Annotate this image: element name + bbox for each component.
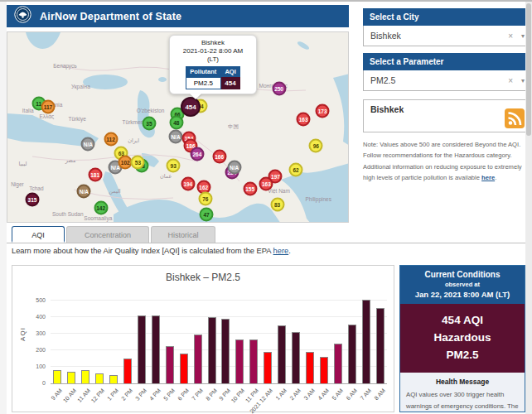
chart-bar[interactable]	[235, 339, 244, 383]
map-marker[interactable]: 173	[316, 104, 330, 118]
chart-x-tick-label: 6 PM	[177, 388, 190, 402]
map-marker[interactable]: 250	[272, 82, 286, 96]
epa-here-link[interactable]: here	[273, 247, 289, 255]
chart-bar[interactable]	[221, 319, 230, 383]
chart-bar[interactable]	[81, 370, 89, 383]
current-aqi-value: 454 AQI	[404, 312, 521, 330]
chart-x-tick-label: 1 PM	[106, 388, 119, 402]
chart-y-tick-label: 300	[24, 330, 46, 336]
tab-concentration[interactable]: Concentration	[66, 226, 149, 243]
current-conditions-title: Current Conditions	[404, 270, 521, 279]
city-select-block: Select a City Bishkek × ▾	[363, 8, 532, 46]
map-marker[interactable]: 35	[142, 117, 156, 131]
map-marker[interactable]: 47	[200, 208, 214, 222]
chart-y-tick-label: 100	[24, 363, 46, 369]
chart-x-tick-label: 10 AM	[62, 388, 77, 403]
chart-plot-area[interactable]	[51, 291, 387, 384]
map-marker[interactable]: 96	[309, 138, 323, 152]
chart-bar[interactable]	[376, 308, 384, 383]
note-text: Note: Values above 500 are considered Be…	[363, 141, 522, 181]
map-marker[interactable]: 117	[41, 100, 55, 114]
chart-gridline	[51, 333, 387, 334]
map-marker[interactable]: 194	[181, 176, 195, 190]
map-marker[interactable]: 112	[104, 132, 118, 146]
chart-bar[interactable]	[152, 315, 160, 383]
chart-x-tick-label: 11 AM	[76, 388, 91, 403]
chart-y-tick-label: 400	[24, 314, 46, 320]
dept-of-state-seal-icon	[14, 6, 31, 26]
popup-pointer	[190, 94, 201, 99]
map-marker[interactable]: 163	[259, 177, 273, 191]
map-marker[interactable]: 454	[181, 97, 201, 117]
map-marker[interactable]: 83	[270, 198, 284, 212]
map-marker[interactable]: 163	[297, 113, 311, 127]
chart-x-tick-label: 8 AM	[373, 388, 386, 402]
map-marker[interactable]: 62	[289, 163, 303, 177]
chart-bar[interactable]	[278, 325, 286, 383]
chart-bar[interactable]	[264, 352, 272, 383]
chart-bar[interactable]	[249, 339, 258, 383]
health-message-body: AQI values over 300 trigger health warni…	[406, 389, 519, 414]
learn-more-suffix: .	[288, 247, 291, 255]
chart-bar[interactable]	[180, 354, 188, 383]
chart-bar[interactable]	[166, 346, 174, 383]
chart-x-tick-label: 6 AM	[345, 388, 358, 402]
map-marker[interactable]: 53	[131, 156, 145, 170]
map-marker[interactable]: N/A	[227, 160, 241, 174]
chart-bar[interactable]	[194, 335, 202, 383]
map-marker[interactable]: 315	[26, 193, 40, 207]
map-marker[interactable]: 166	[212, 149, 226, 163]
rss-icon[interactable]	[505, 108, 525, 128]
chart-bar[interactable]	[53, 370, 61, 383]
rss-feed-city: Bishkek	[370, 104, 404, 114]
chart-bar[interactable]	[138, 315, 146, 383]
clear-icon[interactable]: ×	[508, 76, 513, 85]
chart-bar[interactable]	[109, 375, 118, 383]
chevron-down-icon[interactable]: ▾	[521, 77, 525, 84]
tab-historical[interactable]: Historical	[151, 226, 215, 243]
scrollbar-track[interactable]	[525, 2, 532, 414]
chart-bar[interactable]	[348, 325, 356, 383]
airnow-page: AirNow Department of State	[0, 0, 532, 414]
map-marker[interactable]: N/A	[77, 185, 91, 199]
health-message-title: Health Message	[406, 378, 519, 386]
parameter-select[interactable]: PM2.5 × ▾	[363, 70, 532, 91]
chart-bar[interactable]	[67, 372, 75, 383]
map-marker[interactable]: 76	[198, 192, 212, 206]
map-marker[interactable]: 142	[94, 201, 108, 215]
chart-bar[interactable]	[306, 352, 314, 383]
tab-aqi[interactable]: AQI	[12, 226, 65, 243]
current-conditions-panel: Current Conditions observed at Jan 22, 2…	[399, 265, 525, 412]
map-marker[interactable]: N/A	[81, 137, 95, 151]
aqi-map[interactable]: БеларусьУкраїнаRomâniaItaliaΕλλάςTürkiye…	[7, 31, 349, 223]
chart-x-tick-label: 12 PM	[90, 388, 106, 404]
chart-bar[interactable]	[320, 357, 328, 383]
main-content: AirNow Department of State	[7, 2, 525, 414]
popup-col-aqi: AQI	[220, 66, 239, 78]
map-marker[interactable]: 48	[169, 116, 183, 130]
city-select[interactable]: Bishkek × ▾	[363, 26, 532, 46]
chart-bar[interactable]	[208, 317, 216, 383]
observed-at-label: observed at	[404, 281, 521, 288]
chart-gridline	[51, 300, 387, 301]
chart-bar[interactable]	[292, 332, 300, 383]
map-marker[interactable]: N/A	[169, 129, 183, 143]
chart-bar[interactable]	[334, 344, 342, 383]
map-marker[interactable]: 155	[243, 182, 257, 196]
observed-datetime: Jan 22, 2021 8:00 AM (LT)	[404, 290, 521, 299]
chart-x-tick-label: 5 AM	[331, 388, 344, 402]
chart-bar[interactable]	[362, 300, 370, 383]
chart-bar[interactable]	[123, 359, 132, 383]
aqi-chart-panel: Bishkek – PM2.5 AQI 0100200300400500 9 A…	[12, 265, 394, 412]
map-marker[interactable]: 264	[190, 147, 204, 161]
scrollbar-thumb[interactable]	[526, 3, 531, 136]
chevron-down-icon[interactable]: ▾	[521, 32, 525, 40]
chart-title: Bishkek – PM2.5	[12, 272, 394, 283]
clear-icon[interactable]: ×	[508, 31, 513, 41]
chart-x-tick-label: 4 PM	[148, 388, 162, 402]
chart-bar[interactable]	[95, 373, 104, 383]
chart-x-tick-label: 5 PM	[162, 388, 176, 402]
map-marker[interactable]: 181	[88, 168, 102, 182]
note-here-link[interactable]: here	[481, 174, 495, 181]
map-marker[interactable]: 93	[167, 158, 181, 172]
